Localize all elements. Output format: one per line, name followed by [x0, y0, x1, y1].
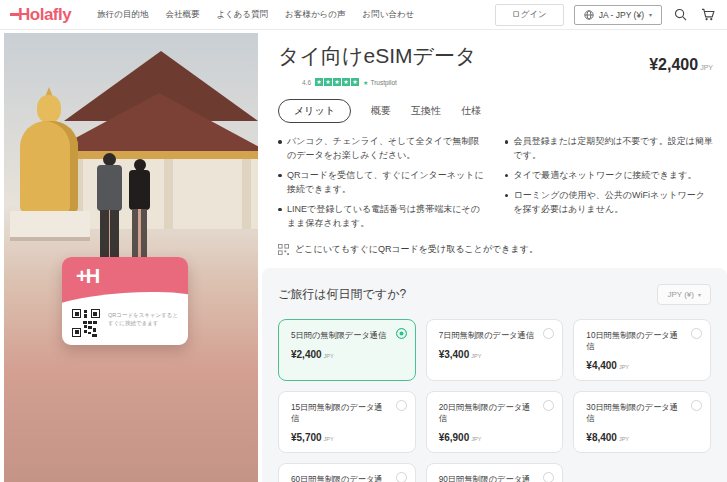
benefits-lists: バンコク、チェンライ、そして全タイで無制限のデータをお楽しみください。 QRコー…	[278, 135, 713, 237]
radio-selected-icon[interactable]	[396, 328, 407, 339]
benefit-item: 会員登録または定期契約は不要です。設定は簡単です。	[505, 135, 714, 163]
plan-label: 7日間無制限のデータ通信	[439, 330, 539, 341]
main-nav: 旅行の目的地 会社概要 よくある質問 お客様からの声 お問い合わせ	[97, 9, 414, 21]
locale-selector[interactable]: JA - JPY (¥) ▾	[574, 5, 662, 25]
plan-label: 60日間無制限のデータ通信	[291, 474, 391, 482]
radio-icon[interactable]	[396, 472, 407, 482]
tourist-woman	[132, 209, 147, 261]
plan-label: 15日間無制限のデータ通信	[291, 402, 391, 424]
qr-note-text: どこにいてもすぐにQRコードを受け取ることができます。	[295, 243, 538, 256]
plan-price: ¥6,900JPY	[439, 432, 539, 443]
plan-price-amount: ¥3,400	[439, 349, 470, 360]
plan-price-currency: JPY	[471, 353, 481, 359]
product-price: ¥2,400JPY	[649, 56, 713, 74]
plan-price-currency: JPY	[324, 353, 334, 359]
price-amount: ¥2,400	[649, 56, 698, 73]
product-tabs: メリット 概要 互換性 仕様	[278, 99, 713, 123]
page-title: タイ向けeSIMデータ	[278, 42, 476, 70]
benefit-item: バンコク、チェンライ、そして全タイで無制限のデータをお楽しみください。	[278, 135, 487, 163]
plan-price: ¥3,400JPY	[439, 349, 539, 360]
plan-option-90days[interactable]: 90日間無制限のデータ通信 ¥11,900JPY	[426, 463, 564, 482]
nav-about[interactable]: 会社概要	[165, 9, 199, 21]
holafly-h-logo-mark: +H	[76, 265, 98, 288]
benefits-left-column: バンコク、チェンライ、そして全タイで無制限のデータをお楽しみください。 QRコー…	[278, 135, 487, 237]
plan-label: 30日間無制限のデータ通信	[586, 402, 686, 424]
plan-option-20days[interactable]: 20日間無制限のデータ通信 ¥6,900JPY	[426, 391, 564, 453]
plan-price-amount: ¥6,900	[439, 432, 470, 443]
plan-question-heading: ご旅行は何日間ですか?	[278, 286, 406, 303]
plan-label: 90日間無制限のデータ通信	[439, 474, 539, 482]
tourist-man	[97, 165, 122, 211]
star-icon: ★	[324, 78, 332, 86]
rating-widget[interactable]: 4.6 ★★★★★ Trustpilot	[302, 78, 713, 86]
plan-option-7days[interactable]: 7日間無制限のデータ通信 ¥3,400JPY	[426, 319, 564, 381]
nav-destinations[interactable]: 旅行の目的地	[97, 9, 148, 21]
globe-icon	[584, 10, 594, 20]
plan-option-15days[interactable]: 15日間無制限のデータ通信 ¥5,700JPY	[278, 391, 416, 453]
radio-icon[interactable]	[543, 328, 554, 339]
login-button[interactable]: ログイン	[495, 4, 564, 26]
tab-compatibility[interactable]: 互換性	[411, 104, 441, 118]
plan-price: ¥8,400JPY	[586, 432, 686, 443]
nav-faq[interactable]: よくある質問	[216, 9, 268, 21]
cart-icon	[701, 8, 715, 21]
currency-dropdown-label: JPY (¥)	[667, 290, 694, 299]
tab-overview[interactable]: 概要	[371, 104, 391, 118]
buddha-statue	[20, 121, 78, 213]
plan-price-currency: JPY	[324, 436, 334, 442]
plan-price: ¥5,700JPY	[291, 432, 391, 443]
qr-card-caption: QRコードをスキャンするとすぐに接続できます	[108, 311, 182, 328]
plan-price: ¥2,400JPY	[291, 349, 391, 360]
currency-dropdown[interactable]: JPY (¥) ▾	[657, 284, 711, 305]
radio-icon[interactable]	[396, 400, 407, 411]
qr-icon	[278, 244, 289, 255]
chevron-down-icon: ▾	[649, 11, 652, 18]
benefit-item: タイで最適なネットワークに接続できます。	[505, 169, 714, 183]
tab-specs[interactable]: 仕様	[461, 104, 481, 118]
star-icon: ★	[315, 78, 323, 86]
rating-source: Trustpilot	[363, 79, 397, 86]
header-actions: ログイン JA - JPY (¥) ▾	[495, 4, 717, 26]
plan-price-amount: ¥8,400	[586, 432, 617, 443]
price-currency: JPY	[700, 64, 713, 71]
plan-option-60days[interactable]: 60日間無制限のデータ通信 ¥10,400JPY	[278, 463, 416, 482]
temple-gold-trim	[56, 151, 258, 159]
benefit-item: ローミングの使用や、公共のWiFiネットワークを探す必要はありません。	[505, 189, 714, 217]
plan-selection-panel: ご旅行は何日間ですか? JPY (¥) ▾ 5日間の無制限データ通信 ¥2,40…	[262, 268, 727, 482]
plan-price-amount: ¥2,400	[291, 349, 322, 360]
star-rating-icons: ★★★★★	[315, 78, 359, 86]
tourist-woman	[129, 170, 150, 210]
header: Holafly 旅行の目的地 会社概要 よくある質問 お客様からの声 お問い合わ…	[0, 0, 727, 30]
benefit-item: QRコードを受信して、すぐにインターネットに接続できます。	[278, 169, 487, 197]
star-icon: ★	[342, 78, 350, 86]
holafly-logo[interactable]: Holafly	[10, 5, 71, 25]
plan-option-5days[interactable]: 5日間の無制限データ通信 ¥2,400JPY	[278, 319, 416, 381]
rating-score: 4.6	[302, 79, 311, 86]
star-icon: ★	[333, 78, 341, 86]
search-icon	[674, 8, 687, 21]
tab-merits[interactable]: メリット	[278, 99, 351, 123]
temple-column	[164, 159, 173, 229]
plan-price-currency: JPY	[619, 436, 629, 442]
plan-option-30days[interactable]: 30日間無制限のデータ通信 ¥8,400JPY	[573, 391, 711, 453]
radio-icon[interactable]	[543, 472, 554, 482]
plan-price-amount: ¥4,400	[586, 360, 617, 371]
radio-icon[interactable]	[543, 400, 554, 411]
plan-price-currency: JPY	[471, 436, 481, 442]
plan-label: 5日間の無制限データ通信	[291, 330, 391, 341]
plan-price-amount: ¥5,700	[291, 432, 322, 443]
plan-option-10days[interactable]: 10日間無制限のデータ通信 ¥4,400JPY	[573, 319, 711, 381]
temple-column	[242, 159, 251, 229]
radio-icon[interactable]	[691, 400, 702, 411]
qr-delivery-note: どこにいてもすぐにQRコードを受け取ることができます。	[278, 243, 713, 256]
plan-label: 10日間無制限のデータ通信	[586, 330, 686, 352]
qr-code	[72, 309, 100, 337]
chevron-down-icon: ▾	[698, 291, 701, 298]
nav-contact[interactable]: お問い合わせ	[362, 9, 414, 21]
nav-testimonials[interactable]: お客様からの声	[285, 9, 345, 21]
benefits-right-column: 会員登録または定期契約は不要です。設定は簡単です。 タイで最適なネットワークに接…	[505, 135, 714, 237]
search-button[interactable]	[672, 6, 689, 23]
temple-wall	[62, 159, 258, 229]
cart-button[interactable]	[699, 6, 717, 23]
radio-icon[interactable]	[691, 328, 702, 339]
